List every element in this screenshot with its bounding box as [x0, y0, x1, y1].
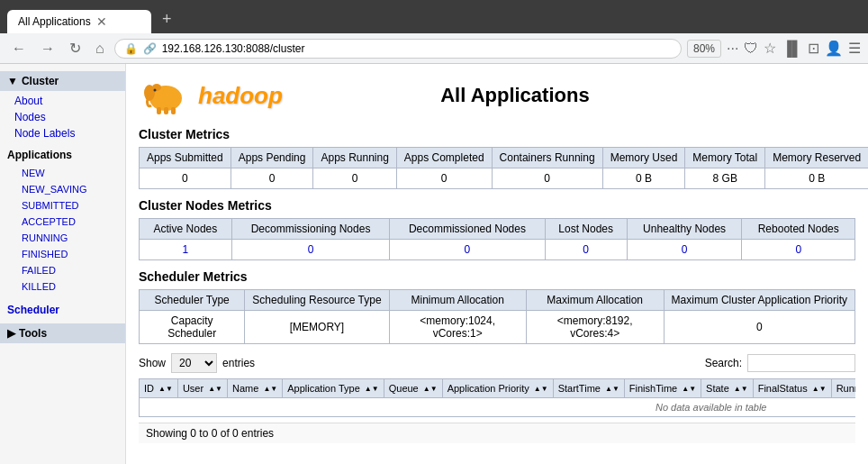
sidebar-link-new[interactable]: NEW [22, 168, 45, 178]
new-tab-button[interactable]: + [153, 5, 181, 33]
sidebar-item-new-saving[interactable]: NEW_SAVING [0, 181, 125, 197]
val-max-cluster-app-priority: 0 [664, 311, 854, 344]
val-scheduler-type: Capacity Scheduler [140, 311, 245, 344]
col-scheduling-resource-type: Scheduling Resource Type [245, 290, 389, 311]
col-state[interactable]: State ▲▼ [701, 379, 754, 398]
col-application-priority[interactable]: Application Priority ▲▼ [442, 379, 553, 398]
profile-icon[interactable]: 👤 [825, 40, 843, 57]
tab-close-button[interactable]: ✕ [96, 14, 107, 29]
col-final-status[interactable]: FinalStatus ▲▼ [753, 379, 831, 398]
col-user[interactable]: User ▲▼ [177, 379, 227, 398]
refresh-button[interactable]: ↻ [65, 38, 86, 59]
sort-id[interactable]: ▲▼ [158, 386, 173, 393]
sidebar-item-new[interactable]: NEW [0, 165, 125, 181]
entries-select[interactable]: 10 20 25 50 100 [171, 353, 217, 373]
sort-start-time[interactable]: ▲▼ [605, 386, 619, 393]
url-bar[interactable]: 🔒 🔗 192.168.126.130:8088/cluster [114, 39, 682, 59]
bookmark-icon[interactable]: ☆ [764, 40, 776, 57]
col-max-cluster-app-priority: Maximum Cluster Application Priority [664, 290, 854, 311]
table-controls: Show 10 20 25 50 100 entries Search: [139, 353, 855, 373]
browser-shield-icon[interactable]: 🛡 [744, 41, 758, 57]
sidebar-link-scheduler[interactable]: Scheduler [7, 304, 59, 316]
home-button[interactable]: ⌂ [91, 39, 109, 59]
back-button[interactable]: ← [7, 39, 31, 59]
col-application-type[interactable]: Application Type ▲▼ [283, 379, 384, 398]
sort-user[interactable]: ▲▼ [208, 386, 222, 393]
sidebar-tools-header[interactable]: ▶ Tools [0, 323, 125, 343]
col-start-time[interactable]: StartTime ▲▼ [553, 379, 624, 398]
sidebar-cluster-header[interactable]: ▼ Cluster [0, 71, 125, 91]
val-scheduling-resource-type: [MEMORY] [245, 311, 389, 344]
col-memory-reserved: Memory Reserved [765, 148, 868, 168]
zoom-indicator[interactable]: 80% [687, 40, 721, 58]
sidebar-link-about[interactable]: About [14, 95, 42, 107]
sidebar-item-finished[interactable]: FINISHED [0, 246, 125, 262]
sort-app-type[interactable]: ▲▼ [365, 386, 379, 393]
reader-view-icon[interactable]: ⊡ [808, 40, 819, 57]
sidebar-item-node-labels[interactable]: Node Labels [0, 125, 125, 141]
sidebar-link-finished[interactable]: FINISHED [22, 249, 68, 259]
val-unhealthy-nodes[interactable]: 0 [627, 240, 742, 260]
hadoop-logo-text: hadoop [198, 82, 283, 110]
val-decommissioned-nodes[interactable]: 0 [390, 240, 545, 260]
sidebar-link-submitted[interactable]: SUBMITTED [22, 200, 79, 211]
sidebar-toggle[interactable]: ▐▌ [782, 41, 802, 57]
sidebar-item-submitted[interactable]: SUBMITTED [0, 197, 125, 214]
scheduler-metrics-title: Scheduler Metrics [139, 269, 855, 284]
main-menu-button[interactable]: ☰ [848, 40, 861, 57]
col-apps-completed: Apps Completed [396, 148, 492, 168]
sort-app-priority[interactable]: ▲▼ [534, 386, 548, 393]
show-entries-control: Show 10 20 25 50 100 entries [139, 353, 255, 373]
col-active-nodes: Active Nodes [140, 219, 232, 240]
sidebar-item-running[interactable]: RUNNING [0, 230, 125, 246]
sidebar-item-killed[interactable]: KILLED [0, 278, 125, 295]
col-queue[interactable]: Queue ▲▼ [384, 379, 442, 398]
col-finish-time[interactable]: FinishTime ▲▼ [624, 379, 701, 398]
active-tab[interactable]: All Applications ✕ [7, 10, 151, 33]
sidebar-link-node-labels[interactable]: Node Labels [14, 127, 75, 140]
sidebar-item-about[interactable]: About [0, 93, 125, 109]
val-rebooted-nodes[interactable]: 0 [742, 240, 855, 260]
main-content: hadoop All Applications Cluster Metrics … [126, 64, 868, 464]
sort-queue[interactable]: ▲▼ [423, 386, 438, 393]
sidebar-link-new-saving[interactable]: NEW_SAVING [22, 184, 87, 195]
col-name[interactable]: Name ▲▼ [228, 379, 283, 398]
col-id[interactable]: ID ▲▼ [140, 379, 178, 398]
sidebar-cluster-section: ▼ Cluster About Nodes Node Labels Applic… [0, 71, 125, 318]
sidebar-cluster-label: Cluster [22, 75, 59, 87]
sort-state[interactable]: ▲▼ [734, 386, 748, 393]
sidebar-item-failed[interactable]: FAILED [0, 262, 125, 278]
scheduler-metrics-table: Scheduler Type Scheduling Resource Type … [139, 289, 855, 344]
sidebar-scheduler-label[interactable]: Scheduler [0, 302, 125, 318]
col-containers-running: Containers Running [492, 148, 602, 168]
sidebar-link-failed[interactable]: FAILED [22, 265, 56, 276]
val-memory-used: 0 B [602, 168, 685, 189]
no-data-message: No data available in table [140, 398, 856, 417]
val-active-nodes[interactable]: 1 [140, 240, 232, 260]
sort-final-status[interactable]: ▲▼ [812, 386, 827, 393]
col-decommissioning-nodes: Decommissioning Nodes [231, 219, 389, 240]
sort-name[interactable]: ▲▼ [263, 386, 277, 393]
sidebar-link-running[interactable]: RUNNING [22, 232, 68, 243]
hadoop-logo: hadoop [139, 73, 283, 118]
forward-button[interactable]: → [36, 39, 59, 59]
val-apps-completed: 0 [396, 168, 492, 189]
sidebar-link-accepted[interactable]: ACCEPTED [22, 216, 76, 227]
sort-finish-time[interactable]: ▲▼ [682, 386, 696, 393]
svg-point-4 [154, 89, 157, 92]
cluster-nodes-title: Cluster Nodes Metrics [139, 198, 855, 213]
col-running-containers[interactable]: Running Containers ▲▼ [831, 379, 855, 398]
tab-title: All Applications [18, 15, 91, 28]
val-decommissioning-nodes[interactable]: 0 [231, 240, 389, 260]
browser-menu-button[interactable]: ··· [727, 41, 738, 57]
sidebar-item-accepted[interactable]: ACCEPTED [0, 214, 125, 230]
sidebar-link-killed[interactable]: KILLED [22, 281, 56, 292]
col-minimum-allocation: Minimum Allocation [389, 290, 526, 311]
search-input[interactable] [747, 354, 855, 372]
svg-point-3 [144, 85, 155, 101]
val-apps-pending: 0 [231, 168, 313, 189]
sidebar-item-nodes[interactable]: Nodes [0, 109, 125, 125]
sidebar-link-nodes[interactable]: Nodes [14, 111, 46, 123]
val-lost-nodes[interactable]: 0 [545, 240, 627, 260]
sidebar-tools-section: ▶ Tools [0, 323, 125, 343]
